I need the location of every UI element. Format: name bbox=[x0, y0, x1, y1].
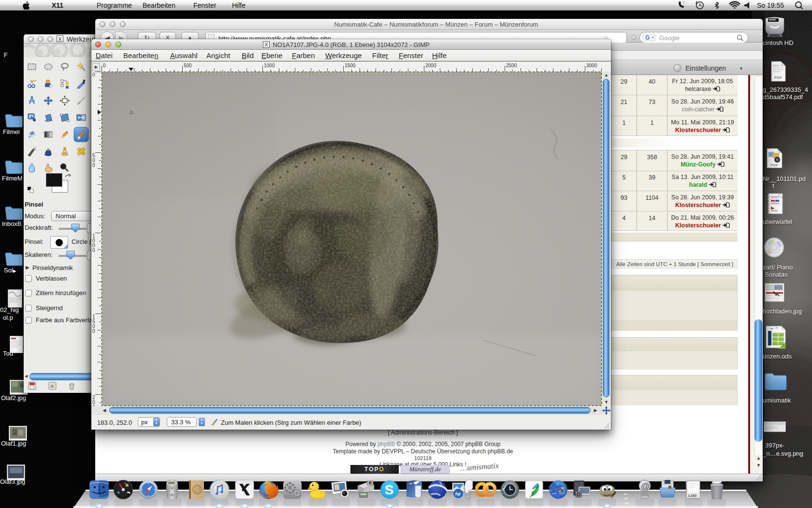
svg-text:0: 0 bbox=[103, 63, 106, 68]
svg-text:@: @ bbox=[641, 481, 650, 491]
svg-text:LOG: LOG bbox=[688, 493, 696, 498]
svg-text:hp: hp bbox=[455, 492, 461, 496]
svg-text:PDF: PDF bbox=[770, 163, 778, 167]
svg-text:1500: 1500 bbox=[345, 63, 356, 68]
svg-text:0: 0 bbox=[92, 329, 95, 334]
svg-text:0: 0 bbox=[92, 248, 95, 253]
svg-text:2500: 2500 bbox=[506, 63, 517, 68]
svg-text:3000: 3000 bbox=[586, 63, 597, 68]
svg-text:500: 500 bbox=[184, 63, 192, 68]
svg-text:1000: 1000 bbox=[264, 63, 275, 68]
svg-text:@: @ bbox=[194, 485, 202, 494]
svg-text:2000: 2000 bbox=[425, 63, 436, 68]
svg-text:DVD: DVD bbox=[169, 481, 175, 484]
svg-text:S: S bbox=[385, 482, 394, 497]
svg-text:0: 0 bbox=[92, 72, 95, 77]
svg-text:PDF: PDF bbox=[774, 75, 782, 80]
svg-text:0: 0 bbox=[92, 163, 95, 168]
